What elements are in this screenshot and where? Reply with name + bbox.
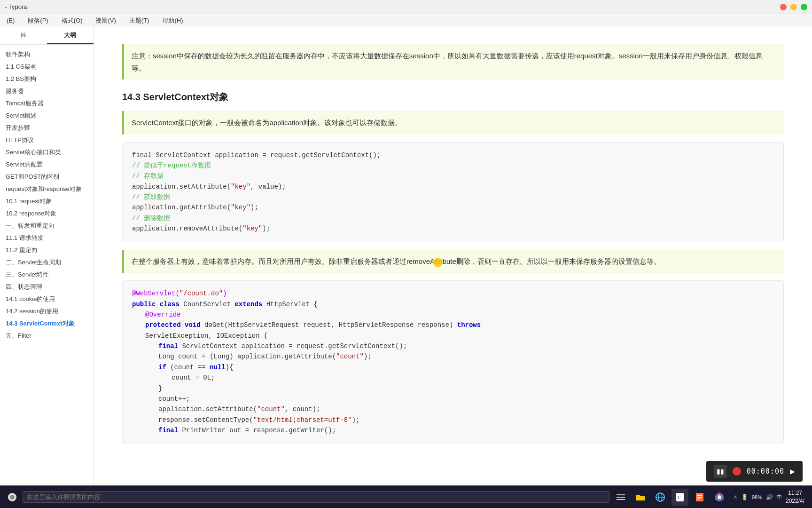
taskbar-app-chrome[interactable] — [711, 489, 728, 506]
media-time: 00:00:00 — [747, 467, 784, 476]
note-session: 注意：session中保存的数据会较为长久的驻留在服务器内存中，不应该将大量数据… — [122, 44, 784, 79]
maximize-button[interactable] — [801, 4, 807, 10]
sidebar-item-session[interactable]: 14.2 session的使用 — [0, 305, 94, 318]
sidebar-item-devsteps[interactable]: 开发步骤 — [0, 122, 94, 134]
taskbar-clock: 11:27 2022/4/ — [786, 489, 804, 505]
menu-help[interactable]: 帮助(H) — [159, 16, 186, 26]
record-indicator — [733, 467, 741, 476]
sidebar-item-servlet-config[interactable]: Servlet的配置 — [0, 159, 94, 171]
sidebar-item-servlet[interactable]: Servlet概述 — [0, 110, 94, 122]
menu-format[interactable]: 格式(O) — [59, 16, 86, 26]
pause-button[interactable]: ▮▮ — [714, 465, 727, 478]
recording-expand-icon: ▶ — [790, 468, 795, 475]
sidebar-item-features[interactable]: 三、Servlet特性 — [0, 269, 94, 281]
sidebar-item-software-arch[interactable]: 软件架构 — [0, 48, 94, 61]
battery-percent: 98% — [752, 494, 762, 500]
taskbar-right: ∧ 🔋 98% 🔊 中 11:27 2022/4/ — [730, 489, 808, 505]
minimize-button[interactable] — [790, 4, 797, 10]
tab-files[interactable]: 件 — [0, 27, 47, 44]
taskbar-app-browser[interactable] — [652, 489, 669, 506]
taskbar-app-notes[interactable] — [691, 489, 708, 506]
sidebar-item-state[interactable]: 四、状态管理 — [0, 281, 94, 293]
sidebar-item-redirect2[interactable]: 11.2 重定向 — [0, 244, 94, 256]
sidebar-item-servlet-core[interactable]: Servlet核心接口和类 — [0, 146, 94, 159]
sidebar-item-lifecycle[interactable]: 二、Servlet生命周期 — [0, 256, 94, 269]
svg-rect-4 — [617, 499, 625, 500]
speaker-icon: 🔊 — [766, 494, 773, 500]
svg-rect-11 — [697, 495, 702, 496]
svg-rect-2 — [617, 494, 625, 495]
note-context-scope: 在整个服务器上有效，意味着常驻内存。而且对所用用户有效。除非重启服务器或者通过r… — [122, 250, 784, 273]
svg-point-1 — [10, 495, 15, 500]
content-area: 注意：session中保存的数据会较为长久的驻留在服务器内存中，不应该将大量数据… — [94, 27, 812, 508]
svg-rect-3 — [617, 497, 625, 498]
titlebar-title: - Typora — [5, 3, 27, 10]
sidebar-item-response[interactable]: 10.2 response对象 — [0, 207, 94, 220]
sidebar: 件 大纲 软件架构 1.1 CS架构 1.2 BS架构 服务器 Tomcat服务… — [0, 27, 94, 508]
taskbar-app-folder[interactable] — [632, 489, 649, 506]
sidebar-item-request[interactable]: 10.1 request对象 — [0, 195, 94, 207]
sidebar-item-context[interactable]: 14.3 ServletContext对象 — [0, 318, 94, 330]
taskbar-app-typora[interactable]: T — [671, 489, 688, 506]
titlebar: - Typora — [0, 0, 812, 14]
battery-icon: 🔋 — [741, 494, 748, 500]
sidebar-item-filter[interactable]: 五、Filter — [0, 330, 94, 342]
sidebar-item-get-post[interactable]: GET和POST的区别 — [0, 171, 94, 183]
svg-rect-12 — [697, 497, 702, 498]
note-context-desc: ServletContext接口的对象，一般会被命名为application对象… — [122, 111, 784, 135]
svg-text:T: T — [677, 494, 680, 500]
sidebar-nav: 软件架构 1.1 CS架构 1.2 BS架构 服务器 Tomcat服务器 Ser… — [0, 45, 94, 489]
sidebar-item-redirect[interactable]: 一、转发和重定向 — [0, 220, 94, 232]
menu-theme[interactable]: 主题(T) — [126, 16, 152, 26]
main-layout: 件 大纲 软件架构 1.1 CS架构 1.2 BS架构 服务器 Tomcat服务… — [0, 27, 812, 508]
menu-view[interactable]: 视图(V) — [93, 16, 118, 26]
section-heading-context: 14.3 ServletContext对象 — [122, 91, 784, 103]
sidebar-item-cookie[interactable]: 14.1 cookie的使用 — [0, 293, 94, 305]
sidebar-item-cs[interactable]: 1.1 CS架构 — [0, 61, 94, 73]
sidebar-item-bs[interactable]: 1.2 BS架构 — [0, 73, 94, 85]
tab-outline[interactable]: 大纲 — [47, 27, 94, 44]
sidebar-tabs: 件 大纲 — [0, 27, 94, 45]
code-block-1: final ServletContext application = reque… — [122, 142, 784, 242]
code-block-2: @WebServlet("/count.do") public class Co… — [122, 280, 784, 444]
taskbar-apps: T — [23, 489, 728, 506]
sidebar-item-server[interactable]: 服务器 — [0, 85, 94, 97]
sidebar-item-tomcat[interactable]: Tomcat服务器 — [0, 97, 94, 110]
keyboard-icon: 中 — [777, 493, 782, 500]
taskbar-app-settings[interactable] — [612, 489, 629, 506]
taskbar-search-input[interactable] — [23, 491, 609, 503]
sidebar-item-forward[interactable]: 11.1 请求转发 — [0, 232, 94, 244]
system-tray: ∧ — [734, 494, 737, 500]
menu-edit[interactable]: (E) — [4, 16, 17, 25]
menubar: (E) 段落(P) 格式(O) 视图(V) 主题(T) 帮助(H) — [0, 14, 812, 27]
start-button[interactable] — [4, 489, 21, 506]
close-button[interactable] — [780, 4, 787, 10]
media-controls: ▮▮ 00:00:00 ▶ — [706, 461, 803, 482]
sidebar-item-http[interactable]: HTTP协议 — [0, 134, 94, 146]
sidebar-item-request-response[interactable]: request对象和response对象 — [0, 183, 94, 195]
svg-rect-13 — [697, 499, 700, 500]
taskbar: T ∧ 🔋 98% 🔊 中 11:27 2022/4/ — [0, 485, 812, 508]
titlebar-controls — [780, 4, 807, 10]
menu-paragraph[interactable]: 段落(P) — [25, 16, 51, 26]
